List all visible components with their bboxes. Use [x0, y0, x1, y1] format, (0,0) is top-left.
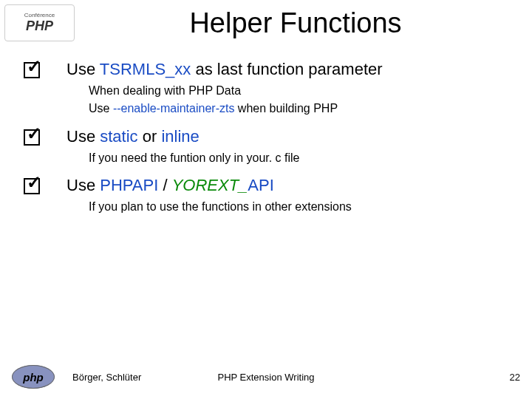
check-icon: [24, 126, 66, 149]
bullet-row: Use TSRMLS_xx as last function parameter: [24, 59, 517, 81]
text-highlight: inline: [161, 127, 199, 146]
conference-logo: Conférence PHP: [4, 4, 75, 41]
bullet-row: Use static or inline: [24, 126, 517, 149]
text-mid: or: [138, 127, 162, 146]
text-highlight: API: [248, 176, 273, 194]
text-lead: Use: [66, 176, 100, 194]
slide-footer: php Börger, Schlüter PHP Extension Writi…: [0, 362, 532, 392]
footer-authors: Börger, Schlüter: [72, 372, 141, 383]
footer-title: PHP Extension Writing: [217, 372, 314, 383]
sub-bullet: Use --enable-maintainer-zts when buildin…: [89, 100, 517, 117]
check-icon: [24, 175, 66, 197]
text-highlight: TSRMLS_xx: [100, 60, 191, 78]
text-highlight: --enable-maintainer-zts: [113, 102, 235, 115]
slide: Conférence PHP Helper Functions Use TSRM…: [0, 0, 532, 399]
bullet-text: Use PHPAPI / YOREXT_API: [66, 175, 274, 197]
bullet-text: Use static or inline: [66, 126, 200, 148]
php-ellipse: php: [12, 365, 55, 389]
text-lead: Use: [66, 127, 100, 146]
text-highlight: PHPAPI: [100, 176, 158, 194]
text-pre: Use: [89, 102, 113, 115]
footer-page-number: 22: [510, 372, 520, 383]
php-logo-icon: php: [7, 362, 59, 392]
text-lead: Use: [66, 60, 100, 78]
text-tail: as last function parameter: [191, 60, 382, 78]
text-green: YOREXT_: [172, 176, 248, 194]
sub-bullet: If you need the funtion only in your. c …: [89, 150, 517, 166]
text-post: when building PHP: [234, 102, 338, 115]
check-icon: [24, 59, 66, 81]
logo-php-text: PHP: [26, 18, 53, 34]
bullet-row: Use PHPAPI / YOREXT_API: [24, 175, 517, 197]
slide-content: Use TSRMLS_xx as last function parameter…: [24, 59, 517, 216]
text-highlight: static: [100, 127, 137, 146]
slide-title: Helper Functions: [59, 0, 532, 39]
sub-bullet: When dealing with PHP Data: [89, 83, 517, 99]
sub-bullet: If you plan to use the functions in othe…: [89, 199, 517, 215]
bullet-text: Use TSRMLS_xx as last function parameter: [66, 59, 383, 81]
logo-conference-text: Conférence: [24, 13, 55, 18]
text-mid: /: [158, 176, 171, 194]
